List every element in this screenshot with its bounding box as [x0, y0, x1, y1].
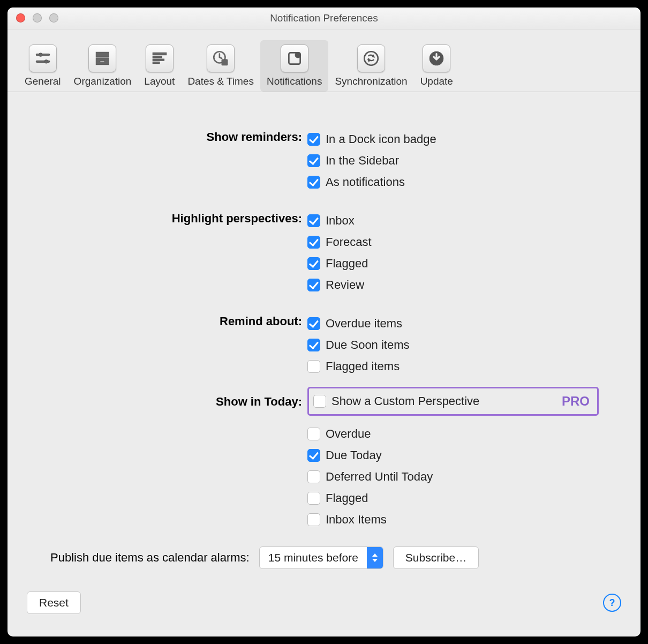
checkbox-row: Inbox Items: [307, 509, 619, 530]
tab-label: Notifications: [267, 76, 322, 87]
checkbox[interactable]: [307, 428, 320, 440]
label-publish-alarms: Publish due items as calendar alarms:: [29, 551, 250, 565]
svg-point-14: [295, 52, 301, 58]
svg-point-15: [364, 51, 378, 65]
checkbox-row: As notifications: [307, 171, 619, 193]
checkbox-show-custom-perspective[interactable]: [313, 395, 326, 408]
checkbox-row: Inbox: [307, 210, 619, 231]
tab-dates-times[interactable]: Dates & Times: [181, 40, 260, 92]
tab-organization[interactable]: Organization: [67, 40, 138, 92]
tab-layout[interactable]: Layout: [138, 40, 181, 92]
checkbox[interactable]: [307, 133, 320, 146]
checkbox[interactable]: [307, 360, 320, 373]
checkbox-row: Flagged: [307, 488, 619, 509]
checkbox[interactable]: [307, 279, 320, 291]
preferences-toolbar: General Organization Layout Dates & Time…: [7, 29, 641, 92]
subscribe-button[interactable]: Subscribe…: [393, 546, 479, 569]
label-highlight-perspectives: Highlight perspectives:: [29, 210, 307, 227]
checkbox[interactable]: [307, 513, 320, 526]
checkbox-label: As notifications: [326, 175, 405, 189]
checkbox[interactable]: [307, 257, 320, 270]
checkbox-row: Forecast: [307, 231, 619, 253]
sync-icon: [357, 44, 385, 72]
download-icon: [423, 44, 450, 72]
tab-label: General: [25, 76, 61, 87]
notification-badge-icon: [281, 44, 308, 72]
checkbox[interactable]: [307, 449, 320, 462]
checkbox-label: Forecast: [326, 235, 372, 249]
checkbox-label: Flagged: [326, 491, 368, 505]
clock-icon: [207, 44, 235, 72]
reset-button[interactable]: Reset: [27, 591, 81, 614]
label-show-reminders: Show reminders:: [29, 129, 307, 146]
checkbox-row: Deferred Until Today: [307, 466, 619, 488]
checkbox-label: Inbox: [326, 214, 355, 228]
checkbox[interactable]: [307, 470, 320, 483]
checkbox-row: Review: [307, 274, 619, 296]
tab-label: Update: [420, 76, 453, 87]
checkbox-label: Review: [326, 278, 364, 292]
checkbox-label: Inbox Items: [326, 513, 387, 527]
checkbox-label: Overdue items: [326, 317, 402, 331]
svg-rect-8: [153, 56, 162, 58]
label-show-in-today: Show in Today:: [29, 387, 307, 410]
tab-label: Layout: [144, 76, 175, 87]
svg-rect-7: [153, 53, 167, 55]
checkbox-row: Overdue: [307, 423, 619, 445]
checkbox-row: In the Sidebar: [307, 150, 619, 171]
preferences-window: Notification Preferences General Organiz…: [7, 8, 641, 636]
checkbox[interactable]: [307, 154, 320, 167]
svg-rect-6: [100, 61, 105, 62]
checkbox-row: Flagged items: [307, 356, 619, 377]
content: Show reminders: In a Dock icon badgeIn t…: [7, 92, 641, 580]
tab-general[interactable]: General: [18, 40, 67, 92]
svg-rect-9: [153, 59, 164, 61]
checkbox-label: Deferred Until Today: [326, 470, 433, 484]
svg-rect-4: [96, 52, 109, 57]
pro-feature-box: Show a Custom Perspective PRO: [307, 387, 599, 416]
layout-icon: [146, 44, 174, 72]
sliders-icon: [29, 44, 57, 72]
tab-label: Synchronization: [335, 76, 407, 87]
checkbox-label: In a Dock icon badge: [326, 132, 436, 146]
checkbox[interactable]: [307, 339, 320, 351]
checkbox-row: Overdue items: [307, 313, 619, 334]
svg-rect-10: [153, 62, 160, 63]
checkbox-row: In a Dock icon badge: [307, 129, 619, 150]
checkbox-row: Flagged: [307, 253, 619, 274]
checkbox[interactable]: [307, 176, 320, 189]
checkbox-label: Due Today: [326, 448, 382, 462]
svg-rect-0: [36, 54, 50, 56]
window-title: Notification Preferences: [7, 8, 641, 29]
pro-badge: PRO: [562, 394, 590, 409]
tab-notifications[interactable]: Notifications: [260, 40, 329, 92]
updown-icon: [367, 547, 383, 568]
checkbox-label: Overdue: [326, 427, 371, 441]
checkbox-label: Due Soon items: [326, 338, 410, 352]
label-remind-about: Remind about:: [29, 313, 307, 330]
svg-point-1: [39, 53, 42, 56]
titlebar: Notification Preferences: [7, 8, 641, 29]
checkbox-label: Flagged items: [326, 360, 400, 373]
select-alarm-offset[interactable]: 15 minutes before: [259, 546, 383, 569]
tab-label: Organization: [74, 76, 132, 87]
checkbox-label: In the Sidebar: [326, 154, 399, 168]
tab-label: Dates & Times: [187, 76, 254, 87]
checkbox-row: Due Today: [307, 445, 619, 466]
checkbox-label: Show a Custom Perspective: [331, 394, 479, 408]
tab-synchronization[interactable]: Synchronization: [328, 40, 413, 92]
checkbox[interactable]: [307, 492, 320, 505]
checkbox[interactable]: [307, 317, 320, 330]
svg-rect-12: [222, 59, 228, 65]
svg-point-3: [44, 60, 48, 63]
checkbox-row: Due Soon items: [307, 334, 619, 356]
help-button[interactable]: ?: [603, 594, 621, 612]
checkbox[interactable]: [307, 236, 320, 249]
checkbox-label: Flagged: [326, 257, 368, 271]
drawer-icon: [88, 44, 116, 72]
checkbox[interactable]: [307, 214, 320, 227]
tab-update[interactable]: Update: [414, 40, 459, 92]
select-value: 15 minutes before: [260, 551, 367, 564]
